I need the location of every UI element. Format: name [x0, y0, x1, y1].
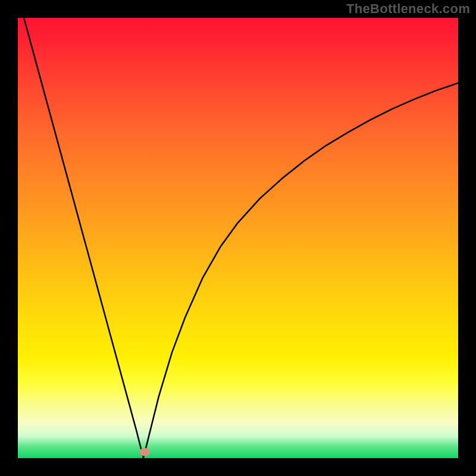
optimum-marker: [139, 448, 150, 456]
marker-layer: [18, 18, 458, 458]
plot-area: [18, 18, 458, 458]
watermark-text: TheBottleneck.com: [346, 1, 470, 17]
bottleneck-chart: TheBottleneck.com: [0, 0, 476, 476]
